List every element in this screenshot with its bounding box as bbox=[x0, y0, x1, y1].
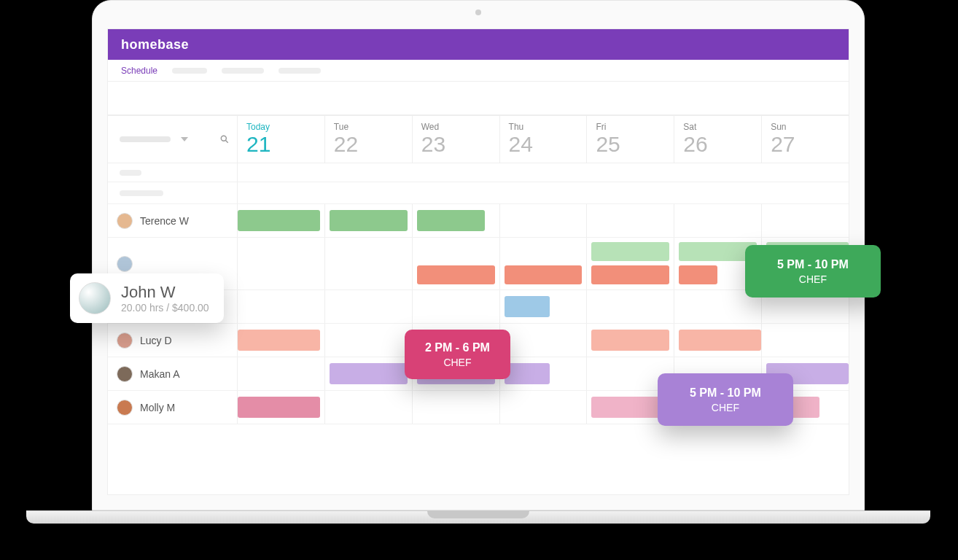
day-number: 26 bbox=[683, 132, 754, 156]
employee-cell[interactable]: Terence W bbox=[108, 204, 238, 237]
day-number: 23 bbox=[421, 132, 492, 156]
day-cell[interactable] bbox=[762, 204, 849, 237]
day-cell[interactable] bbox=[325, 391, 413, 424]
shift-block[interactable] bbox=[417, 265, 495, 284]
avatar bbox=[117, 256, 133, 272]
shift-block[interactable] bbox=[505, 363, 550, 384]
day-cell[interactable] bbox=[413, 357, 500, 390]
shift-block[interactable] bbox=[591, 330, 669, 351]
shift-block[interactable] bbox=[505, 265, 583, 284]
employee-name: Terence W bbox=[140, 215, 189, 227]
summary-row bbox=[108, 182, 849, 204]
shift-block[interactable] bbox=[417, 210, 485, 231]
laptop-notch bbox=[427, 511, 529, 518]
nav-tab-placeholder[interactable] bbox=[279, 68, 321, 74]
shift-block[interactable] bbox=[505, 296, 550, 317]
day-cell[interactable] bbox=[674, 204, 762, 237]
day-cell[interactable] bbox=[325, 290, 413, 323]
employee-popup[interactable]: John W 20.00 hrs / $400.00 bbox=[70, 273, 224, 323]
day-cell[interactable] bbox=[413, 238, 500, 289]
shift-block[interactable] bbox=[591, 397, 669, 418]
day-label: Sun bbox=[771, 122, 841, 132]
employee-row: Terence W bbox=[108, 204, 849, 238]
shift-block[interactable] bbox=[238, 397, 320, 418]
day-cell[interactable] bbox=[238, 290, 325, 323]
day-cell[interactable] bbox=[587, 391, 674, 424]
day-cell[interactable] bbox=[587, 204, 674, 237]
nav-tab-placeholder[interactable] bbox=[222, 68, 264, 74]
shift-block[interactable] bbox=[679, 397, 757, 418]
nav-tab-schedule[interactable]: Schedule bbox=[121, 66, 157, 76]
shift-block[interactable] bbox=[766, 363, 849, 384]
shift-block[interactable] bbox=[591, 242, 669, 261]
day-header[interactable]: Wed 23 bbox=[413, 116, 500, 163]
shift-block[interactable] bbox=[679, 265, 717, 284]
day-cell[interactable] bbox=[413, 391, 500, 424]
day-number: 24 bbox=[509, 132, 580, 156]
shift-block[interactable] bbox=[417, 363, 495, 384]
day-cell[interactable] bbox=[674, 357, 762, 390]
avatar bbox=[117, 366, 133, 382]
day-header[interactable]: Thu 24 bbox=[500, 116, 588, 163]
employee-cell[interactable]: Makan A bbox=[108, 357, 238, 390]
day-number: 25 bbox=[596, 132, 666, 156]
day-cell[interactable] bbox=[762, 357, 849, 390]
avatar bbox=[117, 213, 133, 229]
day-header[interactable]: Sat 26 bbox=[674, 116, 762, 163]
day-header[interactable]: Fri 25 bbox=[587, 116, 674, 163]
day-cell[interactable] bbox=[762, 238, 849, 289]
day-cell[interactable] bbox=[500, 204, 588, 237]
day-label: Wed bbox=[421, 122, 492, 132]
day-cell[interactable] bbox=[587, 324, 674, 357]
shift-block[interactable] bbox=[591, 265, 669, 284]
day-cell[interactable] bbox=[413, 204, 500, 237]
nav-tab-placeholder[interactable] bbox=[172, 68, 207, 74]
day-cell[interactable] bbox=[238, 238, 325, 289]
day-cell[interactable] bbox=[762, 324, 849, 357]
chevron-down-icon bbox=[181, 137, 188, 141]
day-label: Fri bbox=[596, 122, 666, 132]
app-screen: homebase Schedule Today 21 Tue bbox=[107, 28, 849, 495]
day-cell[interactable] bbox=[325, 324, 413, 357]
day-cell[interactable] bbox=[500, 324, 588, 357]
day-cell[interactable] bbox=[325, 204, 413, 237]
shift-block[interactable] bbox=[679, 242, 757, 261]
day-cell[interactable] bbox=[325, 357, 413, 390]
day-header[interactable]: Tue 22 bbox=[325, 116, 413, 163]
shift-block[interactable] bbox=[330, 363, 408, 384]
day-cell[interactable] bbox=[500, 290, 588, 323]
search-icon[interactable] bbox=[219, 134, 230, 144]
day-cell[interactable] bbox=[238, 357, 325, 390]
day-cell[interactable] bbox=[587, 357, 674, 390]
day-cell[interactable] bbox=[500, 357, 588, 390]
employee-cell[interactable]: Molly M bbox=[108, 391, 238, 424]
day-cell[interactable] bbox=[674, 391, 762, 424]
shift-block[interactable] bbox=[766, 242, 849, 261]
employee-cell[interactable]: Lucy D bbox=[108, 324, 238, 357]
shift-block[interactable] bbox=[330, 210, 408, 231]
shift-block[interactable] bbox=[679, 330, 761, 351]
day-header[interactable]: Today 21 bbox=[238, 116, 325, 163]
shift-block[interactable] bbox=[238, 210, 320, 231]
day-label: Sat bbox=[683, 122, 754, 132]
shift-block[interactable] bbox=[766, 397, 819, 418]
day-cell[interactable] bbox=[587, 290, 674, 323]
day-header[interactable]: Sun 27 bbox=[762, 116, 849, 163]
day-cell[interactable] bbox=[238, 391, 325, 424]
day-cell[interactable] bbox=[500, 238, 588, 289]
day-cell[interactable] bbox=[674, 238, 762, 289]
day-cell[interactable] bbox=[674, 290, 762, 323]
day-cell[interactable] bbox=[325, 238, 413, 289]
day-cell[interactable] bbox=[413, 290, 500, 323]
day-cell[interactable] bbox=[500, 391, 588, 424]
day-cell[interactable] bbox=[413, 324, 500, 357]
day-cell[interactable] bbox=[238, 324, 325, 357]
employee-filter[interactable] bbox=[108, 116, 238, 163]
day-cell[interactable] bbox=[762, 290, 849, 323]
day-cell[interactable] bbox=[587, 238, 674, 289]
shift-block[interactable] bbox=[238, 330, 320, 351]
summary-row bbox=[108, 163, 849, 182]
day-cell[interactable] bbox=[238, 204, 325, 237]
day-cell[interactable] bbox=[674, 324, 762, 357]
day-cell[interactable] bbox=[762, 391, 849, 424]
